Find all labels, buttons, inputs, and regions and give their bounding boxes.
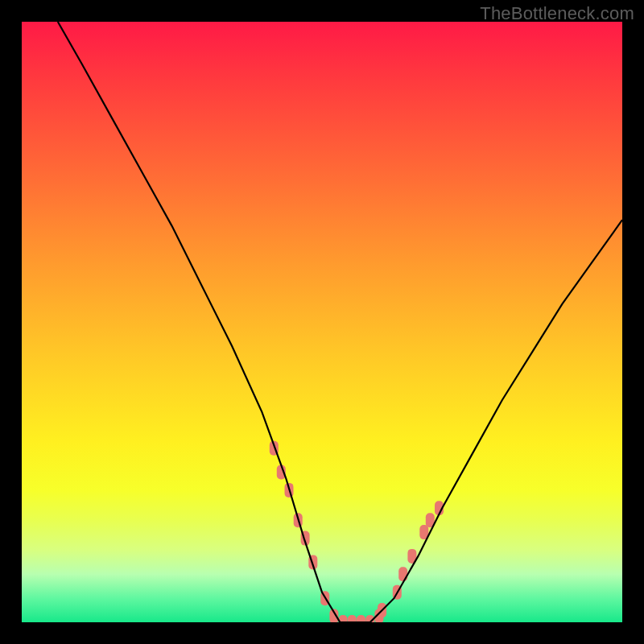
curve-marker [398,567,407,581]
bottleneck-curve-svg [22,22,622,622]
curve-markers [270,441,444,622]
watermark-text: TheBottleneck.com [480,3,634,24]
curve-marker [357,615,365,622]
bottleneck-curve-path [58,22,622,622]
chart-plot-area [22,22,622,622]
curve-marker [348,615,357,622]
